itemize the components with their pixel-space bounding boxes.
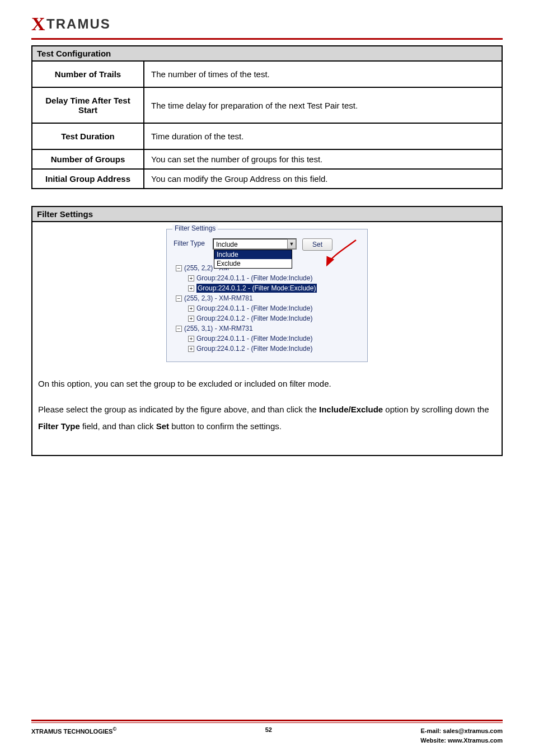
tree-node[interactable]: −(255, 2,3) - XM-RM781 xyxy=(174,293,360,303)
expand-icon[interactable]: + xyxy=(188,336,194,342)
expand-icon[interactable]: + xyxy=(188,346,194,352)
filter-option-exclude[interactable]: Exclude xyxy=(214,259,292,268)
header-divider xyxy=(31,38,503,40)
row-desc: The time delay for preparation of the ne… xyxy=(144,87,502,123)
text-span: field, and than click xyxy=(80,421,156,431)
tree-node[interactable]: +Group:224.0.1.1 - (Filter Mode:Include) xyxy=(174,273,360,283)
filter-tree[interactable]: −(255, 2,2) - XM- +Group:224.0.1.1 - (Fi… xyxy=(174,263,360,354)
row-desc: You can modify the Group Address on this… xyxy=(144,169,502,189)
collapse-icon[interactable]: − xyxy=(176,295,182,302)
copyright-icon: © xyxy=(113,726,116,732)
config-table-title: Test Configuration xyxy=(32,46,502,61)
text-bold: Set xyxy=(156,421,169,431)
tree-node-label: Group:224.0.1.1 - (Filter Mode:Include) xyxy=(196,304,312,312)
footer-website: Website: www.Xtramus.com xyxy=(420,736,503,745)
tree-node-label: Group:224.0.1.1 - (Filter Mode:Include) xyxy=(196,274,312,282)
tree-node[interactable]: +Group:224.0.1.2 - (Filter Mode:Include) xyxy=(174,344,360,354)
filter-type-value: Include xyxy=(213,238,297,250)
text-span: button to confirm the settings. xyxy=(169,421,282,431)
page-number: 52 xyxy=(252,726,285,733)
chevron-down-icon[interactable]: ▼ xyxy=(287,239,296,249)
collapse-icon[interactable]: − xyxy=(176,326,182,332)
row-label: Delay Time After Test Start xyxy=(32,87,144,123)
text-bold: Filter Type xyxy=(38,421,80,431)
text-bold: Include/Exclude xyxy=(319,405,383,414)
row-label: Number of Groups xyxy=(32,149,144,169)
brand-logo: X TRAMUS xyxy=(31,13,503,35)
tree-node-label: (255, 2,3) - XM-RM781 xyxy=(184,294,253,302)
filter-settings-panel: Filter Settings Filter Type Include xyxy=(166,229,368,362)
expand-icon[interactable]: + xyxy=(188,306,194,312)
logo-rest: TRAMUS xyxy=(46,16,111,32)
tree-node[interactable]: +Group:224.0.1.1 - (Filter Mode:Include) xyxy=(174,303,360,313)
filter-option-include[interactable]: Include xyxy=(214,250,292,259)
tree-node-label: Group:224.0.1.2 - (Filter Mode:Include) xyxy=(196,345,312,353)
tree-node-selected[interactable]: +Group:224.0.1.2 - (Filter Mode:Exclude) xyxy=(174,283,360,293)
filter-type-label: Filter Type xyxy=(174,238,207,247)
expand-icon[interactable]: + xyxy=(188,285,194,292)
footer-email: E-mail: sales@xtramus.com xyxy=(420,726,503,736)
logo-x-char: X xyxy=(31,13,45,35)
filter-desc-1: On this option, you can set the group to… xyxy=(38,375,496,392)
filter-panel-legend: Filter Settings xyxy=(172,224,218,232)
set-button[interactable]: Set xyxy=(302,238,332,251)
footer-divider-top xyxy=(31,720,503,721)
row-desc: The number of times of the test. xyxy=(144,61,502,87)
filter-desc-2: Please select the group as indicated by … xyxy=(38,401,496,435)
tree-node-label: Group:224.0.1.2 - (Filter Mode:Include) xyxy=(196,314,312,322)
text-span: Please select the group as indicated by … xyxy=(38,405,319,414)
tree-node-label: Group:224.0.1.1 - (Filter Mode:Include) xyxy=(196,335,312,342)
footer-right: E-mail: sales@xtramus.com Website: www.X… xyxy=(420,726,503,745)
tree-node-label: (255, 3,1) - XM-RM731 xyxy=(184,325,253,332)
filter-settings-section: Filter Settings Filter Settings Fil xyxy=(31,206,503,456)
row-label: Test Duration xyxy=(32,123,144,149)
expand-icon[interactable]: + xyxy=(188,316,194,322)
page-footer: XTRAMUS TECHNOLOGIES© 52 E-mail: sales@x… xyxy=(31,720,503,745)
footer-left: XTRAMUS TECHNOLOGIES© xyxy=(31,726,116,735)
collapse-icon[interactable]: − xyxy=(176,265,182,271)
tree-node-label: Group:224.0.1.2 - (Filter Mode:Exclude) xyxy=(196,284,317,293)
tree-node[interactable]: −(255, 3,1) - XM-RM731 xyxy=(174,323,360,334)
row-label: Initial Group Address xyxy=(32,169,144,189)
expand-icon[interactable]: + xyxy=(188,275,194,281)
footer-divider-thin xyxy=(31,722,503,723)
filter-type-combo[interactable]: Include ▼ Include Exclude xyxy=(213,238,297,250)
tree-node[interactable]: +Group:224.0.1.1 - (Filter Mode:Include) xyxy=(174,334,360,344)
text-span: option by scrolling down the xyxy=(383,405,489,414)
filter-settings-header: Filter Settings xyxy=(32,207,502,222)
test-configuration-table: Test Configuration Number of Trails The … xyxy=(31,45,503,189)
row-desc: You can set the number of groups for thi… xyxy=(144,149,502,169)
footer-company: XTRAMUS TECHNOLOGIES xyxy=(31,728,113,735)
row-desc: Time duration of the test. xyxy=(144,123,502,149)
tree-node[interactable]: +Group:224.0.1.2 - (Filter Mode:Include) xyxy=(174,313,360,323)
row-label: Number of Trails xyxy=(32,61,144,87)
filter-type-dropdown-list: Include Exclude xyxy=(214,250,292,269)
